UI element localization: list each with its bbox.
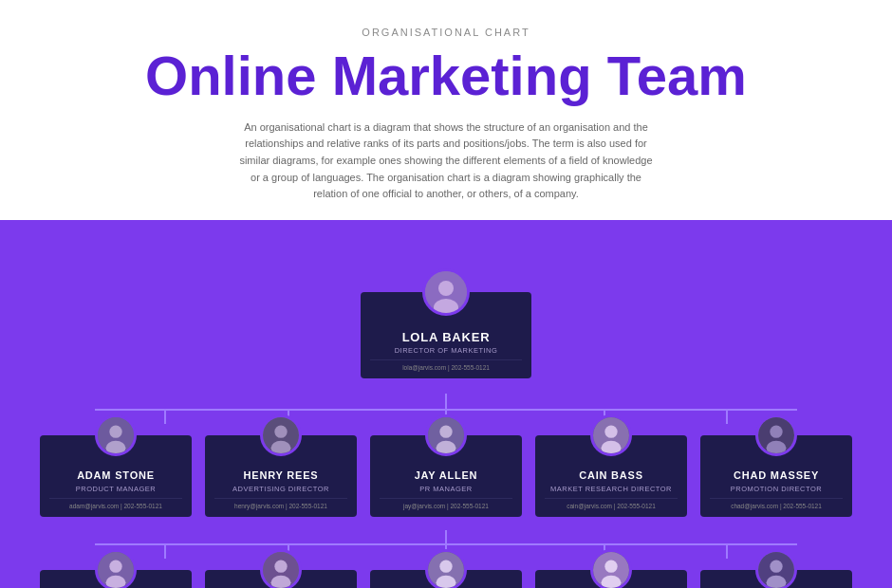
page-title: Online Marketing Team: [19, 46, 873, 106]
top-name: LOLA BAKER: [370, 330, 522, 345]
mid-name-4: CHAD MASSEY: [710, 469, 843, 482]
avatar-ryan: [95, 549, 137, 588]
avatar-jay: [425, 414, 467, 456]
svg-point-13: [604, 426, 617, 438]
v-line-top: [9, 394, 883, 409]
mid-item-1: HENRY REES ADVERTISING DIRECTOR henry@ja…: [205, 435, 357, 516]
mid-contact-0: adam@jarvis.com | 202-555-0121: [49, 498, 182, 509]
mid-contact-3: cain@jarvis.com | 202-555-0121: [545, 498, 678, 509]
mid-contact-2: jay@jarvis.com | 202-555-0121: [380, 498, 512, 509]
mid-row: ADAM STONE PRODUCT MANAGER adam@jarvis.c…: [9, 413, 883, 516]
mid-role-1: ADVERTISING DIRECTOR: [214, 485, 347, 493]
svg-point-16: [770, 426, 782, 438]
bot-item-1: JULIA WILLIS ART DIRECTOR julia@jarvis.c…: [205, 570, 357, 588]
mid-item-4: CHAD MASSEY PROMOTION DIRECTOR chad@jarv…: [700, 435, 852, 516]
avatar-julia: [260, 549, 302, 588]
mid-name-1: HENRY REES: [214, 469, 347, 482]
svg-point-1: [438, 281, 454, 296]
svg-point-22: [274, 560, 287, 572]
svg-point-31: [770, 560, 782, 572]
avatar-henry: [260, 414, 302, 456]
top-contact: lola@jarvis.com | 202-555-0121: [370, 359, 522, 371]
svg-point-25: [439, 560, 452, 572]
mid-role-2: PR MANAGER: [380, 485, 512, 493]
avatar-fiona: [425, 549, 467, 588]
page-subtitle: ORGANISATIONAL CHART: [19, 27, 873, 38]
avatar-lola: [422, 268, 470, 316]
svg-point-7: [274, 426, 287, 438]
mid-item-2: JAY ALLEN PR MANAGER jay@jarvis.com | 20…: [370, 435, 522, 516]
mid-name-3: CAIN BASS: [545, 469, 678, 482]
mid-name-0: ADAM STONE: [49, 469, 182, 482]
mid-role-3: MARKET RESEARCH DIRECTOR: [545, 485, 678, 493]
bot-item-4: AVA MILLS PROMOTION ASSOCIATE ava@jarvis…: [700, 570, 852, 588]
mid-item-0: ADAM STONE PRODUCT MANAGER adam@jarvis.c…: [40, 435, 192, 516]
bot-item-3: ALIYA DUFFY RESEARCH ASSOCIATE aliya@jar…: [535, 570, 687, 588]
top-row: LOLA BAKER DIRECTOR OF MARKETING lola@ja…: [9, 267, 883, 379]
bottom-row: RYAN SCOTT SENIOR PRODUCT DESIGNER ryan@…: [9, 547, 883, 588]
mid-role-4: PROMOTION DIRECTOR: [710, 485, 843, 493]
bot-item-2: FIONA ATKINS PR ASSOCIATE fiona@jarvis.c…: [370, 570, 522, 588]
h-line-mid: [9, 409, 883, 411]
mid-name-2: JAY ALLEN: [380, 469, 512, 482]
mid-contact-4: chad@jarvis.com | 202-555-0121: [710, 498, 843, 509]
top-card: LOLA BAKER DIRECTOR OF MARKETING lola@ja…: [361, 292, 531, 379]
mid-role-0: PRODUCT MANAGER: [49, 485, 182, 493]
top-role: DIRECTOR OF MARKETING: [370, 346, 522, 355]
org-chart-section: LOLA BAKER DIRECTOR OF MARKETING lola@ja…: [0, 220, 892, 588]
avatar-chad: [755, 414, 797, 456]
svg-point-4: [109, 426, 121, 438]
avatar-ava: [755, 549, 797, 588]
page-description: An organisational chart is a diagram tha…: [237, 119, 655, 203]
avatar-aliya: [590, 549, 632, 588]
svg-point-28: [604, 560, 617, 572]
page-header: ORGANISATIONAL CHART Online Marketing Te…: [0, 0, 892, 220]
h-line-bottom: [9, 543, 883, 545]
svg-point-19: [109, 560, 121, 572]
mid-item-3: CAIN BASS MARKET RESEARCH DIRECTOR cain@…: [535, 435, 687, 516]
avatar-adam: [95, 414, 137, 456]
svg-point-10: [439, 426, 452, 438]
mid-contact-1: henry@jarvis.com | 202-555-0121: [214, 498, 347, 509]
avatar-cain: [590, 414, 632, 456]
bot-item-0: RYAN SCOTT SENIOR PRODUCT DESIGNER ryan@…: [40, 570, 192, 588]
